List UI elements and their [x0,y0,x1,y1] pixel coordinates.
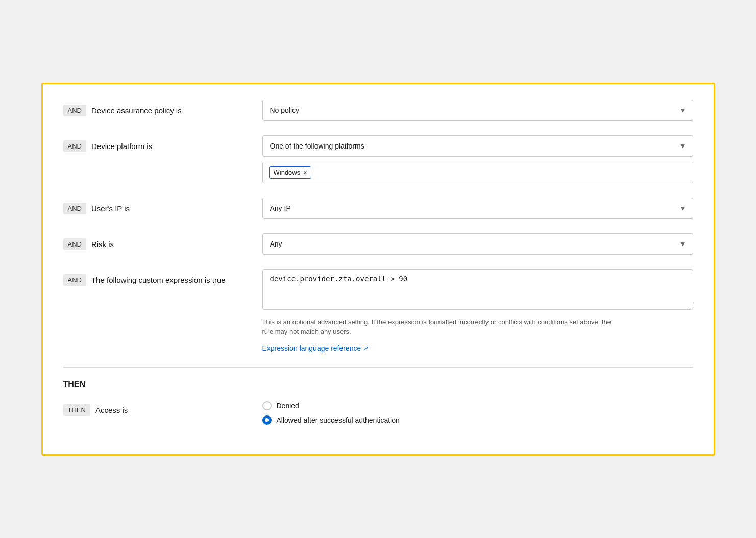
then-heading: THEN [63,380,693,389]
badge-and-device-platform: AND [63,140,86,152]
condition-text-access: Access is [95,406,128,414]
access-radio-group: Denied Allowed after successful authenti… [262,399,693,425]
condition-text-device-assurance: Device assurance policy is [91,106,182,115]
condition-text-expression: The following custom expression is true [91,276,226,284]
condition-row-access: THEN Access is Denied Allowed after succ… [63,399,693,425]
risk-select[interactable]: Any Low Medium High [262,233,693,255]
external-link-icon: ↗︎ [363,345,369,352]
tag-label-windows: Windows [274,168,301,176]
condition-control-access: Denied Allowed after successful authenti… [262,399,693,425]
condition-row-device-platform: AND Device platform is One of the follow… [63,135,693,183]
condition-label-group-expression: AND The following custom expression is t… [63,269,252,286]
condition-row-device-assurance: AND Device assurance policy is No policy… [63,100,693,121]
condition-label-group-platform: AND Device platform is [63,135,252,152]
select-wrapper-device-platform: One of the following platforms Any platf… [262,135,693,157]
condition-control-expression: device.provider.zta.overall > 90 This is… [262,269,693,353]
condition-row-custom-expression: AND The following custom expression is t… [63,269,693,353]
select-wrapper-user-ip: Any IP Specific IP IP Zone ▼ [262,198,693,219]
badge-then-access: THEN [63,404,90,416]
condition-control-device-platform: One of the following platforms Any platf… [262,135,693,183]
condition-label-group-access: THEN Access is [63,399,252,416]
radio-allowed[interactable] [262,415,272,425]
radio-denied[interactable] [262,401,272,410]
condition-control-risk: Any Low Medium High ▼ [262,233,693,255]
condition-control-user-ip: Any IP Specific IP IP Zone ▼ [262,198,693,219]
badge-and-device-assurance: AND [63,105,86,116]
main-container: AND Device assurance policy is No policy… [41,83,715,456]
expression-link-label: Expression language reference [262,344,361,352]
radio-option-allowed[interactable]: Allowed after successful authentication [262,415,693,425]
condition-text-user-ip: User's IP is [91,204,130,213]
radio-label-allowed: Allowed after successful authentication [277,416,400,424]
platform-tags-container: Windows × [262,162,693,183]
condition-label-group-risk: AND Risk is [63,233,252,250]
section-divider [63,367,693,368]
custom-expression-textarea[interactable]: device.provider.zta.overall > 90 [262,269,693,310]
condition-label-group-ip: AND User's IP is [63,198,252,214]
condition-row-user-ip: AND User's IP is Any IP Specific IP IP Z… [63,198,693,219]
condition-row-risk: AND Risk is Any Low Medium High ▼ [63,233,693,255]
condition-text-risk: Risk is [91,240,114,249]
expression-language-reference-link[interactable]: Expression language reference ↗︎ [262,344,369,352]
user-ip-select[interactable]: Any IP Specific IP IP Zone [262,198,693,219]
tag-close-windows[interactable]: × [303,169,307,176]
device-platform-select[interactable]: One of the following platforms Any platf… [262,135,693,157]
tag-windows: Windows × [269,166,312,179]
select-wrapper-risk: Any Low Medium High ▼ [262,233,693,255]
condition-control-device-assurance: No policy Any policy Custom policy ▼ [262,100,693,121]
expression-helper-text: This is an optional advanced setting. If… [262,317,620,337]
badge-and-risk: AND [63,238,86,250]
condition-text-device-platform: Device platform is [91,142,152,151]
radio-option-denied[interactable]: Denied [262,401,693,410]
badge-and-user-ip: AND [63,203,86,214]
condition-label-group: AND Device assurance policy is [63,100,252,116]
then-section: THEN THEN Access is Denied Allowed after… [63,380,693,425]
select-wrapper-device-assurance: No policy Any policy Custom policy ▼ [262,100,693,121]
badge-and-expression: AND [63,274,86,286]
radio-label-denied: Denied [277,402,299,410]
device-assurance-select[interactable]: No policy Any policy Custom policy [262,100,693,121]
